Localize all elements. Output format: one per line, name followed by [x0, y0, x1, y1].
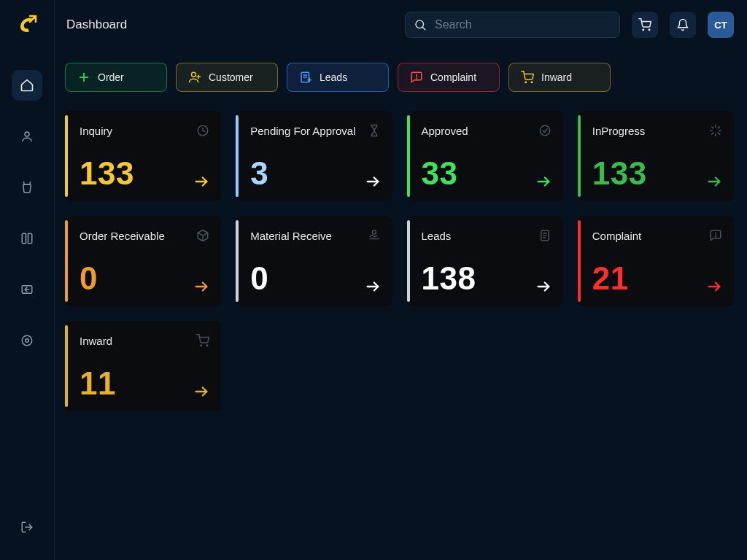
card-value: 11: [80, 368, 116, 400]
topbar: Dashboard CT: [65, 10, 734, 39]
nav-transfer[interactable]: [12, 274, 42, 305]
svg-point-11: [192, 72, 196, 77]
quick-actions: Order Customer Leads Complaint Inward: [65, 63, 734, 92]
card-label: Order Receivable: [80, 229, 165, 244]
spinner-icon: [709, 124, 722, 137]
card-label: Inquiry: [80, 124, 112, 139]
action-complaint[interactable]: Complaint: [398, 63, 500, 92]
card-value: 0: [80, 262, 98, 295]
card-label: Inward: [80, 334, 112, 349]
sidebar: [0, 0, 55, 560]
card-inprogress[interactable]: InProgress 133: [578, 111, 734, 201]
cart-button[interactable]: [632, 12, 658, 38]
user-plus-icon: [188, 71, 201, 84]
svg-point-8: [649, 29, 650, 31]
action-label: Leads: [320, 71, 347, 83]
svg-point-7: [643, 29, 644, 31]
card-approved[interactable]: Approved 33: [407, 111, 563, 201]
svg-point-2: [22, 335, 32, 346]
complaint-icon: [410, 71, 423, 84]
svg-point-21: [525, 82, 527, 83]
svg-point-22: [531, 82, 533, 83]
card-value: 21: [592, 262, 629, 295]
nav-catalog[interactable]: [12, 223, 42, 254]
card-value: 138: [422, 262, 476, 295]
complaint-chat-icon: [709, 229, 722, 242]
card-value: 33: [422, 158, 458, 190]
nav-profile[interactable]: [12, 121, 42, 152]
svg-point-26: [540, 125, 550, 136]
action-customer[interactable]: Customer: [176, 63, 278, 92]
card-value: 133: [592, 158, 647, 190]
arrow-right-icon[interactable]: [193, 174, 209, 190]
card-label: Pending For Approval: [250, 124, 355, 139]
svg-point-49: [207, 345, 209, 346]
nav-home[interactable]: [12, 70, 42, 101]
nav-logout[interactable]: [12, 512, 42, 542]
arrow-right-icon[interactable]: [365, 174, 381, 190]
action-label: Order: [98, 71, 124, 83]
plus-icon: [77, 71, 90, 84]
svg-line-30: [712, 127, 713, 128]
card-inward[interactable]: Inward 11: [65, 321, 221, 411]
card-leads[interactable]: Leads 138: [407, 216, 563, 306]
card-pending-approval[interactable]: Pending For Approval 3: [236, 111, 392, 201]
arrow-right-icon[interactable]: [535, 279, 551, 295]
bell-icon: [676, 18, 689, 31]
svg-point-20: [417, 78, 417, 79]
arrow-right-icon[interactable]: [706, 279, 722, 295]
action-label: Inward: [541, 71, 572, 83]
svg-point-3: [26, 339, 29, 343]
arrow-right-icon[interactable]: [193, 384, 209, 400]
arrow-right-icon[interactable]: [193, 279, 209, 295]
cart-icon: [196, 334, 209, 347]
card-label: Complaint: [592, 229, 642, 244]
svg-rect-38: [372, 230, 376, 234]
card-complaint[interactable]: Complaint 21: [578, 216, 734, 306]
card-label: Approved: [422, 124, 468, 139]
card-value: 133: [80, 158, 134, 190]
card-inquiry[interactable]: Inquiry 133: [65, 111, 221, 201]
card-label: Material Receive: [250, 229, 332, 244]
nav-settings[interactable]: [12, 325, 42, 356]
hourglass-icon: [368, 124, 381, 137]
inward-cart-icon: [521, 71, 534, 84]
svg-point-46: [716, 236, 716, 237]
clock-icon: [196, 124, 209, 137]
search-wrap: [405, 12, 620, 38]
card-material-receive[interactable]: Material Receive 0: [236, 216, 392, 306]
card-value: 3: [250, 158, 268, 190]
card-label: Leads: [422, 229, 452, 244]
action-inward[interactable]: Inward: [508, 63, 611, 92]
page-title: Dashboard: [65, 18, 127, 32]
nav-orders[interactable]: [12, 172, 42, 203]
leads-icon: [299, 71, 312, 84]
svg-line-6: [422, 27, 425, 29]
search-input[interactable]: [405, 12, 620, 38]
package-icon: [196, 229, 209, 242]
card-order-receivable[interactable]: Order Receivable 0: [65, 216, 221, 306]
action-order[interactable]: Order: [65, 63, 167, 92]
svg-line-31: [718, 133, 719, 134]
search-icon: [414, 18, 427, 31]
app-logo: [14, 10, 40, 36]
arrow-right-icon[interactable]: [535, 174, 551, 190]
svg-line-34: [712, 133, 713, 134]
notifications-button[interactable]: [670, 12, 696, 38]
check-circle-icon: [538, 124, 551, 137]
cart-icon: [638, 18, 651, 31]
receive-icon: [368, 229, 381, 242]
card-value: 0: [250, 262, 268, 295]
arrow-right-icon[interactable]: [706, 174, 722, 190]
action-label: Customer: [209, 71, 253, 83]
document-icon: [538, 229, 551, 242]
svg-point-48: [201, 345, 202, 346]
avatar[interactable]: CT: [708, 12, 734, 38]
arrow-right-icon[interactable]: [365, 279, 381, 295]
card-label: InProgress: [592, 124, 646, 139]
action-label: Complaint: [430, 71, 476, 83]
svg-point-0: [25, 132, 29, 136]
svg-line-35: [718, 127, 719, 128]
stats-grid: Inquiry 133 Pending For Approval 3: [65, 111, 734, 411]
action-leads[interactable]: Leads: [287, 63, 389, 92]
